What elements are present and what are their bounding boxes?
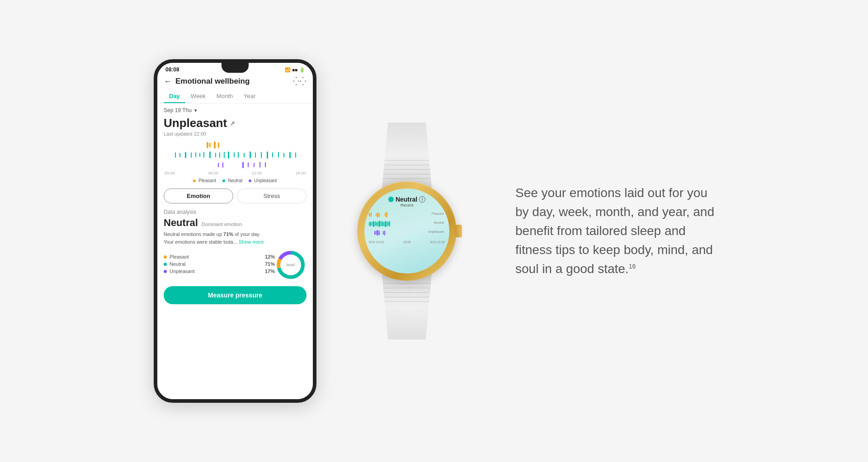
chart-x-labels: 00:00 06:00 12:00 18:00 xyxy=(164,171,307,175)
bar-n20 xyxy=(272,152,273,157)
show-more-button[interactable]: Show more xyxy=(239,239,264,245)
unpleasant-label: Unpleasant xyxy=(254,178,277,183)
watch-unpleasant-bars xyxy=(369,229,420,236)
bar-n19 xyxy=(267,151,268,159)
w-bar-n7 xyxy=(377,222,378,226)
dominant-emotion-sub: Dominant emotion xyxy=(202,222,242,227)
bar-n7 xyxy=(203,152,204,158)
phone-notch xyxy=(222,63,249,73)
bar-u2 xyxy=(222,162,223,168)
band-groove-2 xyxy=(382,165,432,165)
w-bar-p1 xyxy=(369,213,370,217)
w-bar-u1 xyxy=(374,231,375,235)
band-groove-b3 xyxy=(382,292,432,293)
bar-n12 xyxy=(228,151,229,159)
watch-neutral-bars xyxy=(369,220,420,227)
watch-crown xyxy=(455,225,462,237)
neutral-stat-dot xyxy=(164,263,167,266)
x-label-12: 12:00 xyxy=(252,171,262,175)
back-button[interactable]: ← xyxy=(164,77,172,86)
bar-u7 xyxy=(265,162,266,167)
bar-u5 xyxy=(254,163,255,167)
band-groove-b5 xyxy=(382,301,432,302)
bar-u1 xyxy=(218,163,219,167)
pleasant-stat-pct: 12% xyxy=(265,254,275,259)
stress-toggle-button[interactable]: Stress xyxy=(237,189,307,203)
status-icons: 📶 ■■ 🔋 xyxy=(285,67,305,72)
bar-n11 xyxy=(224,152,225,158)
external-link-icon[interactable]: ↗ xyxy=(230,120,235,127)
watch-band-top xyxy=(382,123,432,188)
analysis-bold: 71% xyxy=(223,231,233,237)
legend-neutral: Neutral xyxy=(222,178,242,183)
w-bar-n1 xyxy=(369,222,370,226)
unpleasant-stat-pct: 17% xyxy=(265,269,275,274)
bluetooth-icon: 📶 xyxy=(285,67,290,72)
bar-n1 xyxy=(175,152,176,158)
page-title: Emotional wellbeing xyxy=(175,77,250,86)
watch-neutral-dot xyxy=(388,197,394,202)
tab-year[interactable]: Year xyxy=(238,90,261,103)
watch-case: Neutral i Recent Pleasant Neutral Unplea… xyxy=(357,181,457,281)
analysis-text2: of your day. xyxy=(235,231,260,237)
more-menu-button[interactable]: ⁛⁛ xyxy=(293,76,307,86)
bar-n15 xyxy=(244,153,245,157)
watch-recent-label: Recent xyxy=(401,203,414,207)
analysis-text1: Neutral emotions made up xyxy=(164,231,223,237)
tab-month[interactable]: Month xyxy=(211,90,238,103)
bar-n9 xyxy=(215,153,216,157)
w-bar-n10 xyxy=(382,221,383,226)
date-row[interactable]: Sep 19 Thu ▼ xyxy=(157,104,313,115)
watch-neutral-chart-label: Neutral xyxy=(434,221,444,224)
pleasant-bar-track xyxy=(164,141,307,149)
emotion-state: Unpleasant ↗ Last updated 22:00 xyxy=(157,115,313,137)
w-bar-n3 xyxy=(372,222,373,226)
tabs-container: Day Week Month Year xyxy=(157,90,313,104)
w-bar-n11 xyxy=(383,222,384,226)
w-bar-n6 xyxy=(376,222,377,226)
measure-pressure-button[interactable]: Measure pressure xyxy=(164,286,307,304)
neutral-label: Neutral xyxy=(228,178,242,183)
w-bar-n13 xyxy=(387,222,387,226)
bar-n24 xyxy=(295,152,296,158)
neutral-stat-name: Neutral xyxy=(170,261,262,267)
bar-n2 xyxy=(179,153,180,157)
w-bar-n9 xyxy=(381,222,382,226)
promo-text-content: See your emotions laid out for you by da… xyxy=(515,186,714,276)
w-bar-u6 xyxy=(384,231,385,236)
w-bar-p6 xyxy=(385,213,386,217)
bar-n14 xyxy=(238,152,239,158)
bar-u6 xyxy=(259,162,260,168)
dominant-emotion-value: Neutral xyxy=(164,217,198,229)
tab-day[interactable]: Day xyxy=(164,90,185,103)
data-analysis-header: Data analysis xyxy=(157,207,313,216)
band-groove-b4 xyxy=(382,297,432,297)
promo-text: See your emotions laid out for you by da… xyxy=(515,184,714,278)
stat-pleasant: Pleasant 12% xyxy=(164,254,275,259)
w-bar-n8 xyxy=(379,221,380,227)
pleasant-stat-dot xyxy=(164,255,167,259)
watch-pleasant-label: Pleasant xyxy=(432,212,444,215)
watch-mockup: Neutral i Recent Pleasant Neutral Unplea… xyxy=(335,118,479,344)
watch-chart: Pleasant Neutral Unpleasant xyxy=(368,210,446,240)
right-text-section: See your emotions laid out for you by da… xyxy=(497,184,714,278)
date-dropdown-arrow: ▼ xyxy=(193,108,198,113)
watch-x-label-1: 16:00 xyxy=(403,240,411,244)
watch-x-label-2: 9/19 22:00 xyxy=(430,240,445,244)
chart-row-pleasant xyxy=(164,141,307,149)
pleasant-label: Pleasant xyxy=(198,178,216,183)
bar-2 xyxy=(209,143,211,147)
tab-week[interactable]: Week xyxy=(185,90,211,103)
bar-u4 xyxy=(248,162,249,167)
last-updated-text: Last updated 22:00 xyxy=(164,131,307,137)
bar-u3 xyxy=(242,162,244,168)
w-bar-u5 xyxy=(383,231,384,235)
x-label-18: 18:00 xyxy=(295,171,306,175)
w-bar-n2 xyxy=(370,222,371,226)
bar-1 xyxy=(207,142,208,148)
watch-band-bottom xyxy=(382,274,432,339)
emotion-toggle-button[interactable]: Emotion xyxy=(164,189,233,203)
pleasant-dot xyxy=(193,179,196,182)
bar-n21 xyxy=(278,152,279,158)
chart-row-unpleasant xyxy=(164,161,307,169)
